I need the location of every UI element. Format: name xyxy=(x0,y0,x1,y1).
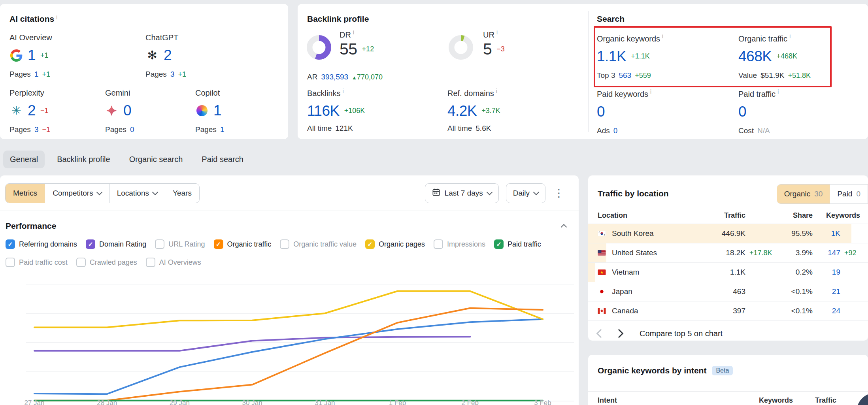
tab-backlink-profile[interactable]: Backlink profile xyxy=(50,151,117,168)
ref-domains-value[interactable]: 4.2K xyxy=(447,103,477,119)
tab-paid-search[interactable]: Paid search xyxy=(195,151,250,168)
collapse-chevron-icon[interactable] xyxy=(561,224,567,230)
filter-toolbar: Metrics Competitors Locations Years Last… xyxy=(0,175,579,211)
ar-value[interactable]: 393,593 xyxy=(321,73,348,81)
metric-checkbox-ai-overviews[interactable]: AI Overviews xyxy=(146,258,201,267)
paid-traffic-value[interactable]: 0 xyxy=(738,104,746,120)
location-table-header: Location Traffic Share Keywords xyxy=(588,207,868,224)
table-row-united-states[interactable]: United States 18.2K +17.8K 3.9% 147 +92 xyxy=(588,243,868,263)
checkbox-icon xyxy=(494,239,504,249)
metric-checkbox-domain-rating[interactable]: Domain Rating xyxy=(86,239,146,249)
years-button[interactable]: Years xyxy=(165,184,199,203)
section-tabs: General Backlink profile Organic search … xyxy=(3,151,250,168)
ar-row: AR 393,593 ▲770,070 xyxy=(307,73,383,81)
locations-button[interactable]: Locations xyxy=(109,184,165,203)
backlink-search-panel: Backlink profile DRi 55 +12 AR 393,593 ▲… xyxy=(298,4,868,139)
paid-keywords-card: Paid keywordsi 0 Ads0 xyxy=(597,89,651,135)
metric-checkbox-impressions[interactable]: Impressions xyxy=(434,239,485,249)
toggle-organic[interactable]: Organic30 xyxy=(777,185,830,203)
search-title: Search xyxy=(597,14,625,24)
checkbox-icon xyxy=(214,239,223,249)
metric-value[interactable]: 1 xyxy=(28,47,36,64)
granularity-button[interactable]: Daily xyxy=(506,183,545,203)
ai-citations-title: AI citationsi xyxy=(9,14,57,24)
metric-value[interactable]: 1 xyxy=(213,102,221,119)
metric-value[interactable]: 0 xyxy=(123,102,131,119)
metric-checkbox-organic-pages[interactable]: Organic pages xyxy=(365,239,425,249)
ur-value: 5 xyxy=(483,40,492,58)
panel-divider xyxy=(588,11,589,132)
metric-delta: −1 xyxy=(40,107,49,115)
metric-checkbox-organic-traffic[interactable]: Organic traffic xyxy=(214,239,272,249)
metric-checkbox-crawled-pages[interactable]: Crawled pages xyxy=(76,258,137,267)
toggle-paid[interactable]: Paid0 xyxy=(830,185,868,203)
performance-line-chart[interactable] xyxy=(0,277,579,405)
overview-main-panel: Metrics Competitors Locations Years Last… xyxy=(0,175,579,405)
date-range-button[interactable]: Last 7 days xyxy=(425,183,499,203)
info-icon: i xyxy=(789,33,791,40)
ur-donut xyxy=(448,35,474,62)
checkbox-icon xyxy=(6,258,15,267)
flag-vietnam-icon xyxy=(598,269,606,275)
pages-label: Pages xyxy=(145,70,167,79)
metric-value[interactable]: 2 xyxy=(164,47,172,64)
chevron-down-icon xyxy=(533,189,540,196)
table-row-canada[interactable]: Canada 397 <0.1% 24 xyxy=(588,301,868,321)
metric-checkbox-paid-traffic[interactable]: Paid traffic xyxy=(494,239,541,249)
intent-table-header: Intent Keywords Traffic xyxy=(588,391,868,405)
location-pagination: Compare top 5 on chart xyxy=(598,325,723,341)
checkbox-icon xyxy=(365,239,375,249)
metric-checkbox-organic-traffic-value[interactable]: Organic traffic value xyxy=(280,239,357,249)
pages-value[interactable]: 0 xyxy=(130,125,134,134)
table-row-south-korea[interactable]: South Korea 446.9K 95.5% 1K xyxy=(588,224,868,243)
pages-value[interactable]: 3 xyxy=(34,125,39,134)
metric-checkbox-paid-traffic-cost[interactable]: Paid traffic cost xyxy=(6,258,68,267)
organic-keywords-value[interactable]: 1.1K xyxy=(597,48,626,65)
google-icon xyxy=(9,49,23,62)
info-icon: i xyxy=(496,88,497,94)
table-row-japan[interactable]: Japan 463 <0.1% 21 xyxy=(588,282,868,301)
organic-traffic-value[interactable]: 468K xyxy=(738,48,772,65)
tab-general[interactable]: General xyxy=(3,151,45,168)
chevron-down-icon xyxy=(96,189,102,196)
checkbox-icon xyxy=(434,239,443,249)
metric-checkbox-referring-domains[interactable]: Referring domains xyxy=(6,239,77,249)
ai-citation-card-ai-overview: AI Overview 1 +1 Pages1+1 xyxy=(9,33,52,79)
info-icon: i xyxy=(496,29,498,36)
metric-toggles: Referring domains Domain Rating URL Rati… xyxy=(0,231,579,267)
perplexity-icon: ✳ xyxy=(9,104,23,117)
chevron-down-icon xyxy=(486,189,492,196)
pages-value[interactable]: 1 xyxy=(220,125,225,134)
table-row-vietnam[interactable]: Vietnam 1.1K 0.2% 19 xyxy=(588,263,868,282)
paid-keywords-value[interactable]: 0 xyxy=(597,104,605,120)
metric-checkbox-url-rating[interactable]: URL Rating xyxy=(155,239,205,249)
competitors-button[interactable]: Competitors xyxy=(45,184,109,203)
chevron-down-icon xyxy=(152,189,159,196)
checkbox-icon xyxy=(155,239,164,249)
traffic-by-location-panel: Traffic by location Organic30 Paid0 Loca… xyxy=(588,175,868,341)
ai-citation-card-chatgpt: ChatGPT ✻ 2 Pages3+1 xyxy=(145,33,186,79)
traffic-by-location-title: Traffic by location xyxy=(598,189,669,198)
kebab-menu-icon[interactable]: ⋮ xyxy=(553,186,565,200)
metric-value[interactable]: 2 xyxy=(28,102,36,119)
compare-top5-link[interactable]: Compare top 5 on chart xyxy=(640,329,723,338)
beta-badge: Beta xyxy=(712,366,733,375)
metric-delta: +1 xyxy=(40,51,49,60)
pages-value[interactable]: 3 xyxy=(170,70,175,79)
pages-value[interactable]: 1 xyxy=(34,70,39,79)
chart-x-axis-labels: 27 Jan28 Jan29 Jan30 Jan31 Jan1 Feb2 Feb… xyxy=(0,399,579,405)
organic-traffic-card: Organic traffici 468K +468K Value$51.9K+… xyxy=(738,33,811,80)
pages-label: Pages xyxy=(195,125,217,134)
flag-south-korea-icon xyxy=(598,231,606,236)
metrics-button[interactable]: Metrics xyxy=(6,184,45,203)
tab-organic-search[interactable]: Organic search xyxy=(123,151,190,168)
checkbox-icon xyxy=(6,239,15,249)
pages-label: Pages xyxy=(9,70,31,79)
next-page-icon[interactable] xyxy=(615,329,624,338)
ai-citation-card-gemini: Gemini 0 Pages0 xyxy=(105,89,134,134)
backlinks-card: Backlinksi 116K +106K All time121K xyxy=(307,88,365,133)
dr-value: 55 xyxy=(340,40,357,58)
checkbox-icon xyxy=(280,239,289,249)
prev-page-icon[interactable] xyxy=(596,329,606,338)
backlinks-value[interactable]: 116K xyxy=(307,103,340,119)
